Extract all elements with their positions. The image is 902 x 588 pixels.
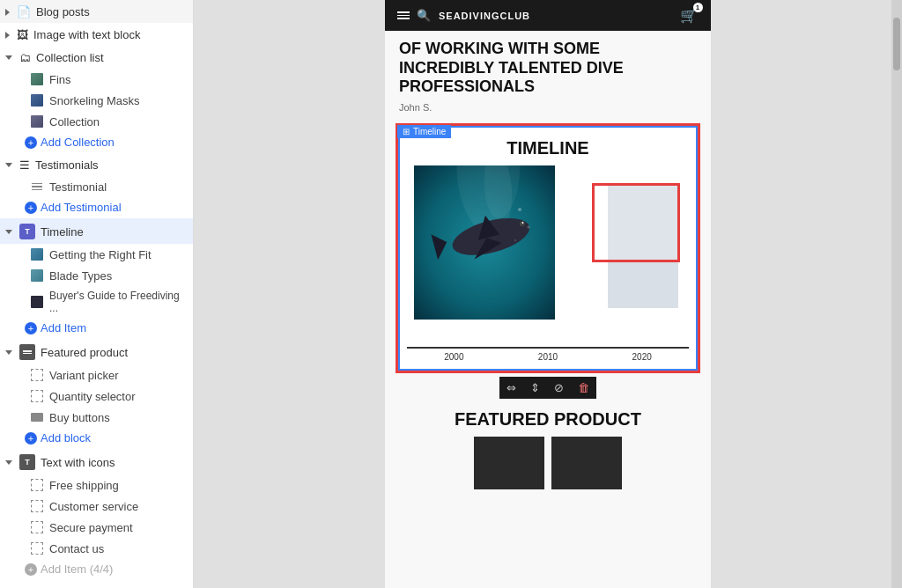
sidebar-item-collection-list[interactable]: 🗂 Collection list — [0, 46, 193, 69]
cart-icon-wrapper[interactable]: 🛒 1 — [680, 7, 699, 24]
sidebar-child-label: Blade Types — [49, 269, 112, 283]
sidebar-item-label: Timeline — [41, 225, 84, 239]
buy-buttons-icon — [30, 410, 44, 424]
image-icon: 🖼 — [17, 28, 28, 41]
chevron-down-icon — [5, 350, 12, 355]
sidebar-child-buy-buttons[interactable]: Buy buttons — [0, 407, 193, 428]
timeline-cards — [407, 165, 689, 342]
sidebar-item-blog-posts[interactable]: 📄 Blog posts — [0, 0, 193, 23]
sidebar-child-label: Testimonial — [49, 180, 107, 194]
add-testimonial-label: Add Testimonial — [41, 201, 122, 214]
collection-icon — [30, 114, 44, 129]
sidebar-child-customer-service[interactable]: Customer service — [0, 496, 193, 517]
add-timeline-item-link[interactable]: + Add Item — [0, 318, 193, 339]
snorkeling-icon — [30, 93, 44, 107]
sidebar-child-fins[interactable]: Fins — [0, 69, 193, 90]
sidebar-item-label: Text with icons — [41, 456, 115, 469]
collection-list-icon: 🗂 — [19, 51, 31, 64]
sidebar-item-label: Featured product — [41, 346, 128, 359]
sidebar-child-getting-right-fit[interactable]: Getting the Right Fit — [0, 244, 193, 265]
chevron-right-icon — [5, 9, 10, 16]
quantity-selector-icon — [30, 389, 44, 403]
sidebar-item-image-text[interactable]: 🖼 Image with text block — [0, 23, 193, 46]
sidebar-item-label: Image with text block — [33, 28, 140, 41]
main-preview-area: 🔍 SEADIVINGCLUB 🛒 1 OF WORKING WITH SOME… — [194, 0, 902, 588]
delete-button[interactable]: 🗑 — [571, 377, 596, 399]
blog-text-area: OF WORKING WITH SOME INCREDIBLY TALENTED… — [385, 31, 711, 120]
add-testimonial-link[interactable]: + Add Testimonial — [0, 197, 193, 218]
chevron-down-icon — [5, 460, 12, 465]
blog-icon: 📄 — [17, 5, 31, 18]
sidebar-child-label: Contact us — [49, 542, 104, 555]
sidebar-child-blade-types[interactable]: Blade Types — [0, 265, 193, 286]
move-up-button[interactable]: ⇕ — [523, 377, 547, 399]
blog-heading: OF WORKING WITH SOME INCREDIBLY TALENTED… — [399, 40, 697, 97]
year-2000: 2000 — [444, 352, 463, 362]
sidebar-child-quantity-selector[interactable]: Quantity selector — [0, 386, 193, 407]
sidebar-child-label: Variant picker — [49, 369, 119, 382]
sidebar-child-secure-payment[interactable]: Secure payment — [0, 517, 193, 538]
navbar-left: 🔍 SEADIVINGCLUB — [397, 9, 530, 22]
scrollbar-thumb[interactable] — [893, 18, 900, 70]
shark-svg — [414, 165, 555, 320]
sidebar-child-label: Snorkeling Masks — [49, 94, 140, 107]
chevron-down-icon — [5, 55, 12, 60]
timeline-label-icon: ⊞ — [403, 127, 410, 136]
svg-point-10 — [528, 225, 530, 228]
sidebar-child-label: Fins — [49, 73, 71, 86]
sidebar-child-contact-us[interactable]: Contact us — [0, 538, 193, 559]
sidebar-child-collection[interactable]: Collection — [0, 111, 193, 132]
preview-navbar: 🔍 SEADIVINGCLUB 🛒 1 — [385, 0, 711, 31]
timeline-label-text: Timeline — [413, 127, 446, 136]
timeline-blue-label: ⊞ Timeline — [397, 125, 451, 138]
disable-button[interactable]: ⊘ — [547, 377, 571, 399]
plus-icon: + — [25, 202, 37, 214]
secure-payment-icon — [30, 520, 44, 534]
sidebar-child-label: Quantity selector — [49, 390, 136, 403]
sidebar-item-testimonials[interactable]: ☰ Testimonials — [0, 153, 193, 176]
add-collection-link[interactable]: + Add Collection — [0, 132, 193, 153]
add-item-disabled-label: Add Item (4/4) — [41, 562, 113, 576]
variant-picker-icon — [30, 368, 44, 382]
sidebar-child-variant-picker[interactable]: Variant picker — [0, 364, 193, 386]
timeline-outer-selection[interactable]: ⊞ Timeline TIMELINE — [396, 123, 700, 373]
fins-icon — [30, 72, 44, 86]
plus-icon: + — [25, 322, 37, 334]
plus-icon: + — [25, 136, 37, 149]
sidebar-child-label: Getting the Right Fit — [49, 248, 152, 261]
svg-point-9 — [518, 208, 521, 211]
getting-right-fit-icon — [30, 247, 44, 261]
product-image-1 — [474, 437, 544, 489]
buyers-guide-icon — [30, 295, 44, 309]
sidebar-item-featured-product[interactable]: Featured product — [0, 339, 193, 364]
text-icons-icon: T — [19, 454, 35, 470]
sidebar-child-label: Free shipping — [49, 479, 119, 492]
chevron-right-icon — [5, 32, 10, 39]
timeline-axis: 2000 2010 2020 — [407, 347, 689, 362]
sidebar-child-testimonial[interactable]: Testimonial — [0, 176, 193, 197]
sidebar-child-label: Buy buttons — [49, 411, 110, 424]
svg-point-11 — [514, 239, 516, 241]
sidebar-child-label: Collection — [49, 115, 100, 129]
hamburger-icon[interactable] — [397, 11, 410, 19]
sidebar-child-label: Customer service — [49, 500, 138, 513]
search-icon-nav[interactable]: 🔍 — [417, 9, 432, 22]
add-block-link[interactable]: + Add block — [0, 428, 193, 449]
chevron-down-icon — [5, 163, 12, 167]
move-left-button[interactable]: ⇔ — [499, 377, 523, 399]
sidebar-child-buyers-guide[interactable]: Buyer's Guide to Freediving ... — [0, 286, 193, 318]
sidebar-item-text-icons[interactable]: T Text with icons — [0, 449, 193, 474]
free-shipping-icon — [30, 478, 44, 492]
shark-image-card — [414, 165, 555, 320]
year-2020: 2020 — [632, 352, 652, 362]
blade-types-icon — [30, 268, 44, 283]
plus-icon: + — [25, 432, 37, 445]
plus-disabled-icon: + — [25, 563, 37, 576]
timeline-inner-selection[interactable] — [592, 183, 680, 262]
add-collection-label: Add Collection — [41, 136, 115, 149]
sidebar-child-snorkeling-masks[interactable]: Snorkeling Masks — [0, 90, 193, 111]
add-item-disabled: + Add Item (4/4) — [0, 559, 193, 580]
sidebar-child-free-shipping[interactable]: Free shipping — [0, 474, 193, 496]
scrollbar[interactable] — [891, 0, 902, 588]
sidebar-item-timeline[interactable]: T Timeline — [0, 218, 193, 244]
